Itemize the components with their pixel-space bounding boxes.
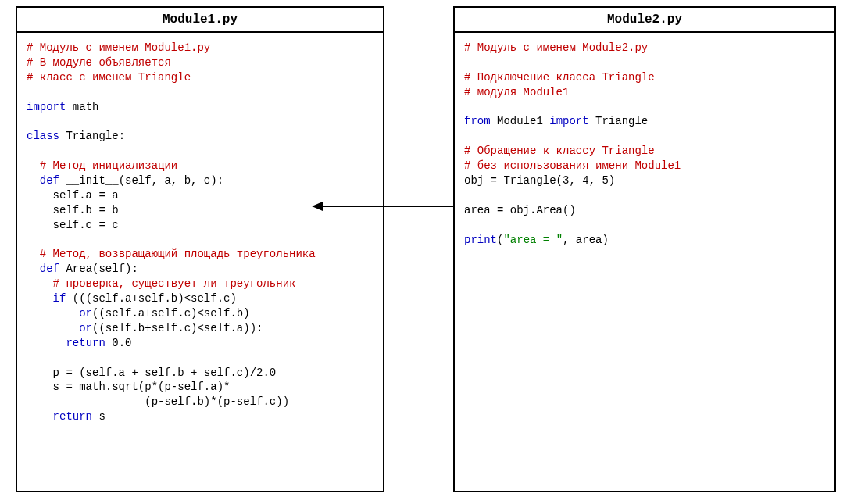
code-token: # без использования имени Module1: [464, 159, 681, 172]
code-line: or((self.b+self.c)<self.a)):: [27, 321, 373, 336]
code-token: self.c = c: [27, 219, 119, 231]
code-line: [27, 85, 373, 100]
code-line: [27, 233, 373, 248]
module1-code: # Модуль с именем Module1.py# В модуле о…: [17, 33, 383, 432]
code-line: return 0.0: [27, 336, 373, 351]
code-token: return: [53, 410, 92, 423]
code-token: # Метод инициализации: [40, 159, 177, 172]
code-token: if: [53, 292, 66, 305]
code-token: __init__(self, a, b, c):: [59, 174, 223, 187]
code-token: [27, 337, 66, 349]
code-token: # В модуле объявляется: [27, 56, 171, 69]
code-token: Triangle:: [59, 130, 125, 142]
code-line: # класс с именем Triangle: [27, 70, 373, 85]
code-token: math: [66, 101, 98, 113]
code-token: (p-self.b)*(p-self.c)): [27, 395, 289, 408]
code-line: # В модуле объявляется: [27, 55, 373, 70]
code-line: self.c = c: [27, 218, 373, 233]
code-line: print("area = ", area): [464, 233, 825, 248]
code-line: area = obj.Area(): [464, 203, 825, 218]
code-line: # Модуль с именем Module1.py: [27, 41, 373, 55]
code-token: [27, 292, 53, 305]
code-line: [464, 129, 825, 144]
module1-title: Module1.py: [17, 8, 383, 33]
code-token: # класс с именем Triangle: [27, 71, 191, 84]
code-line: p = (self.a + self.b + self.c)/2.0: [27, 366, 373, 381]
code-token: # Модуль с именем Module1.py: [27, 41, 210, 54]
code-line: [464, 218, 825, 233]
code-line: obj = Triangle(3, 4, 5): [464, 173, 825, 188]
code-token: "area = ": [503, 234, 563, 246]
code-token: [27, 248, 40, 260]
code-token: [27, 307, 79, 320]
code-line: s = math.sqrt(p*(p-self.a)*: [27, 380, 373, 395]
code-token: s: [92, 410, 105, 423]
code-line: [27, 114, 373, 129]
code-line: self.b = b: [27, 203, 373, 218]
code-line: if (((self.a+self.b)<self.c): [27, 291, 373, 306]
code-line: [464, 188, 825, 203]
code-token: [27, 410, 53, 423]
code-token: def: [40, 174, 59, 187]
code-line: [27, 144, 373, 159]
code-token: # модуля Module1: [464, 86, 569, 98]
code-token: p = (self.a + self.b + self.c)/2.0: [27, 366, 276, 379]
code-line: # Обращение к классу Triangle: [464, 144, 825, 159]
code-line: (p-self.b)*(p-self.c)): [27, 395, 373, 409]
code-token: [27, 159, 40, 172]
code-token: from: [464, 115, 491, 127]
code-token: return: [66, 337, 105, 349]
code-token: self.a = a: [27, 189, 119, 202]
code-token: # Подключение класса Triangle: [464, 71, 655, 84]
code-token: import: [549, 115, 588, 127]
code-line: from Module1 import Triangle: [464, 114, 825, 129]
code-token: Module1: [491, 115, 550, 127]
code-line: class Triangle:: [27, 129, 373, 144]
module2-code: # Модуль с именем Module2.py # Подключен…: [455, 33, 834, 255]
code-token: (((self.a+self.b)<self.c): [66, 292, 236, 305]
module1-box: Module1.py # Модуль с именем Module1.py#…: [16, 6, 384, 492]
code-line: import math: [27, 100, 373, 115]
code-token: [27, 263, 40, 275]
code-line: # Метод инициализации: [27, 159, 373, 173]
code-token: s = math.sqrt(p*(p-self.a)*: [27, 381, 230, 393]
code-line: def Area(self):: [27, 262, 373, 277]
code-token: obj = Triangle(3, 4, 5): [464, 174, 615, 187]
code-line: def __init__(self, a, b, c):: [27, 173, 373, 188]
code-token: Triangle: [589, 115, 649, 127]
code-line: self.a = a: [27, 188, 373, 203]
code-token: ((self.a+self.c)<self.b): [92, 307, 250, 320]
code-token: # проверка, существует ли треугольник: [53, 277, 296, 290]
code-token: area = obj.Area(): [464, 204, 576, 216]
module2-title: Module2.py: [455, 8, 834, 33]
code-line: [464, 55, 825, 70]
module2-box: Module2.py # Модуль с именем Module2.py …: [453, 6, 836, 492]
code-line: # Метод, возвращающий площадь треугольни…: [27, 247, 373, 262]
code-line: or((self.a+self.c)<self.b): [27, 306, 373, 321]
code-line: # Подключение класса Triangle: [464, 70, 825, 85]
code-token: Area(self):: [59, 263, 138, 275]
code-token: or: [79, 307, 92, 320]
code-token: print: [464, 234, 497, 246]
code-token: # Метод, возвращающий площадь треугольни…: [40, 248, 316, 260]
code-token: or: [79, 322, 92, 334]
code-line: # модуля Module1: [464, 85, 825, 100]
code-token: 0.0: [105, 337, 132, 349]
code-token: # Модуль с именем Module2.py: [464, 41, 648, 54]
code-line: # проверка, существует ли треугольник: [27, 277, 373, 291]
code-token: , area): [563, 234, 609, 246]
code-token: import: [27, 101, 66, 113]
code-token: ((self.b+self.c)<self.a)):: [92, 322, 263, 334]
code-token: [27, 174, 40, 187]
code-line: return s: [27, 409, 373, 424]
code-token: [27, 322, 79, 334]
code-line: # Модуль с именем Module2.py: [464, 41, 825, 55]
code-line: [27, 351, 373, 366]
code-token: [27, 277, 53, 290]
code-token: self.b = b: [27, 204, 119, 216]
code-token: def: [40, 263, 59, 275]
code-line: # без использования имени Module1: [464, 159, 825, 173]
code-line: [464, 100, 825, 115]
code-token: class: [27, 130, 59, 142]
code-token: # Обращение к классу Triangle: [464, 145, 655, 157]
